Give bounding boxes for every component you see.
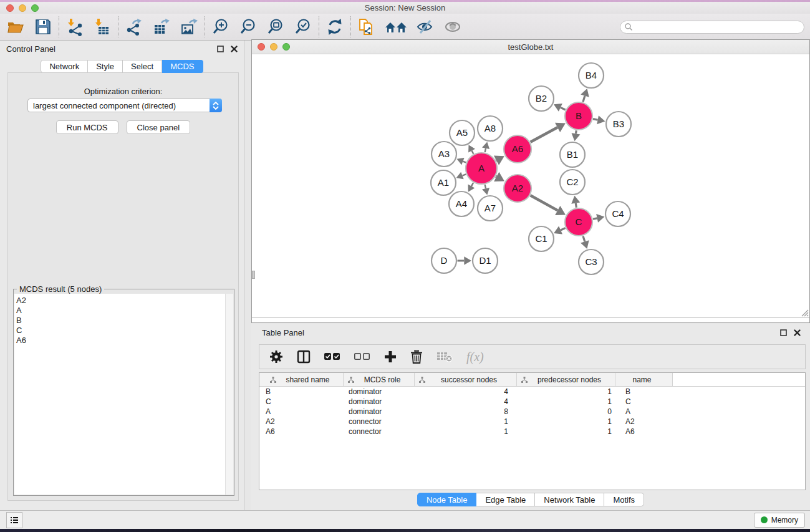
new-network-from-selection-icon[interactable] (357, 17, 377, 37)
export-image-icon[interactable] (179, 17, 199, 37)
column-header-mcds-role[interactable]: MCDS role (344, 373, 415, 386)
select-stepper-icon (210, 99, 222, 112)
result-list-item[interactable]: C (16, 326, 225, 336)
zoom-selected-icon[interactable] (293, 17, 313, 37)
column-header-predecessor-nodes[interactable]: predecessor nodes (517, 373, 615, 386)
arrowhead-icon (597, 115, 605, 124)
result-list-item[interactable]: A2 (16, 296, 225, 306)
svg-text:C4: C4 (612, 208, 624, 219)
save-session-icon[interactable] (33, 17, 53, 37)
task-history-button[interactable] (6, 512, 22, 528)
first-neighbors-icon[interactable] (384, 17, 408, 37)
attribute-icon (348, 377, 354, 383)
node-A4[interactable]: A4 (449, 191, 474, 216)
hide-selected-icon[interactable] (415, 17, 435, 37)
run-mcds-button[interactable]: Run MCDS (56, 120, 118, 134)
attribute-icon (419, 377, 425, 383)
table-row[interactable]: Adominator80A (259, 407, 805, 417)
table-row[interactable]: Bdominator41B (259, 387, 805, 397)
column-header-name[interactable]: name (615, 373, 673, 386)
node-B4[interactable]: B4 (579, 63, 604, 88)
table-cell: A (615, 407, 673, 416)
refresh-icon[interactable] (325, 17, 345, 37)
table-cell: 1 (517, 417, 615, 426)
zoom-out-icon[interactable] (238, 17, 258, 37)
node-C2[interactable]: C2 (560, 170, 585, 195)
table-panel-title: Table Panel (262, 328, 304, 337)
open-session-icon[interactable] (6, 17, 26, 37)
column-header-successor-nodes[interactable]: successor nodes (415, 373, 517, 386)
node-D[interactable]: D (432, 248, 456, 273)
zoom-fit-icon[interactable] (266, 17, 286, 37)
vertical-scroll-thumb[interactable] (252, 271, 255, 279)
result-list-item[interactable]: A6 (16, 336, 225, 346)
node-A6[interactable]: A6 (504, 135, 531, 163)
node-C4[interactable]: C4 (605, 201, 630, 226)
table-row[interactable]: A6connector11A6 (259, 427, 805, 437)
node-B2[interactable]: B2 (529, 86, 554, 111)
node-C[interactable]: C (565, 208, 592, 236)
search-input[interactable] (633, 22, 804, 32)
column-visibility-icon[interactable] (297, 350, 311, 364)
table-cell: A (259, 407, 344, 416)
node-A2[interactable]: A2 (504, 175, 531, 202)
gear-icon[interactable] (269, 350, 283, 364)
tab-motifs[interactable]: Motifs (604, 493, 644, 506)
memory-button[interactable]: Memory (754, 513, 805, 528)
svg-text:B1: B1 (567, 149, 578, 160)
node-A7[interactable]: A7 (478, 196, 503, 221)
tab-edge-table[interactable]: Edge Table (476, 493, 535, 506)
result-list-scrollbar[interactable] (225, 294, 233, 495)
tab-node-table[interactable]: Node Table (417, 493, 477, 506)
node-A5[interactable]: A5 (450, 120, 475, 145)
network-canvas[interactable]: B4B2BB3A5A8A6A3B1AA1C2A2A4A7CC4C1DD1C3 (252, 54, 809, 322)
delete-column-icon[interactable] (410, 350, 423, 364)
delete-table-icon (436, 351, 453, 363)
edge-A-A1 (462, 174, 466, 175)
optimization-criterion-select[interactable]: largest connected component (directed) (27, 99, 222, 112)
table-row[interactable]: A2connector11A2 (259, 417, 805, 427)
node-D1[interactable]: D1 (473, 248, 498, 273)
node-A1[interactable]: A1 (431, 170, 456, 195)
close-panel-button[interactable]: Close panel (127, 120, 191, 134)
tab-mcds[interactable]: MCDS (162, 60, 203, 73)
edge-C-C3 (583, 236, 585, 241)
float-panel-icon[interactable] (217, 46, 224, 52)
node-C3[interactable]: C3 (579, 249, 604, 274)
arrowhead-icon (596, 214, 604, 223)
result-list-item[interactable]: B (16, 316, 225, 326)
zoom-in-icon[interactable] (211, 17, 231, 37)
close-panel-icon[interactable] (794, 329, 801, 336)
deselect-all-icon[interactable] (354, 352, 370, 361)
node-A3[interactable]: A3 (432, 142, 456, 167)
search-field[interactable] (620, 21, 804, 34)
node-B1[interactable]: B1 (560, 142, 585, 167)
tab-network-table[interactable]: Network Table (535, 493, 604, 506)
import-table-icon[interactable] (92, 17, 112, 37)
node-B[interactable]: B (565, 102, 592, 130)
control-panel-title: Control Panel (6, 44, 55, 54)
resize-grip-icon[interactable] (800, 308, 809, 317)
show-graphics-details-icon[interactable] (443, 17, 463, 37)
add-column-icon[interactable] (384, 351, 397, 363)
node-A[interactable]: A (466, 153, 497, 184)
export-network-icon[interactable] (124, 17, 144, 37)
node-C1[interactable]: C1 (529, 226, 554, 251)
tab-style[interactable]: Style (88, 60, 123, 73)
import-network-icon[interactable] (65, 17, 85, 37)
node-A8[interactable]: A8 (478, 116, 503, 141)
close-panel-icon[interactable] (231, 46, 238, 52)
tab-network[interactable]: Network (41, 60, 88, 73)
select-all-icon[interactable] (324, 352, 340, 361)
export-table-icon[interactable] (152, 17, 171, 37)
result-list-item[interactable]: A (16, 306, 225, 316)
control-panel-tabs: Network Style Select MCDS (0, 60, 244, 73)
column-header-shared-name[interactable]: shared name (259, 373, 344, 386)
tab-select[interactable]: Select (123, 60, 162, 73)
edge-B-B4 (583, 96, 585, 102)
svg-text:A8: A8 (485, 123, 496, 133)
node-B3[interactable]: B3 (606, 112, 631, 137)
float-panel-icon[interactable] (780, 329, 787, 336)
table-row[interactable]: Cdominator41C (259, 397, 805, 407)
edge-A-A2 (496, 177, 496, 177)
